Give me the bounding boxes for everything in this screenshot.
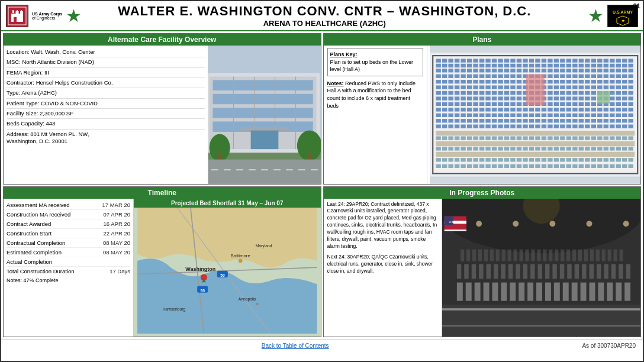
svg-rect-518 bbox=[610, 147, 614, 150]
overview-header: Alternate Care Facility Overview bbox=[4, 34, 321, 46]
svg-rect-210 bbox=[516, 85, 521, 89]
svg-rect-271 bbox=[498, 96, 503, 100]
svg-rect-403 bbox=[523, 119, 527, 122]
svg-rect-369 bbox=[510, 114, 515, 117]
svg-rect-665 bbox=[543, 249, 546, 261]
timeline-row-3: Construction Start 22 APR 20 bbox=[7, 229, 130, 238]
svg-rect-392 bbox=[454, 119, 459, 122]
svg-rect-519 bbox=[616, 147, 620, 150]
svg-rect-6 bbox=[14, 17, 17, 22]
svg-rect-109 bbox=[485, 69, 490, 72]
svg-rect-399 bbox=[498, 119, 503, 122]
svg-rect-507 bbox=[541, 147, 546, 150]
svg-rect-617 bbox=[545, 282, 550, 300]
svg-rect-183 bbox=[548, 80, 552, 83]
svg-rect-254 bbox=[591, 91, 595, 95]
svg-rect-562 bbox=[485, 164, 490, 168]
svg-rect-692 bbox=[442, 308, 641, 311]
svg-rect-140 bbox=[479, 75, 484, 78]
svg-rect-272 bbox=[504, 96, 508, 100]
timeline-table: Assessment MA received 17 MAR 20 Constru… bbox=[4, 199, 134, 337]
svg-rect-343 bbox=[548, 108, 552, 111]
svg-rect-652 bbox=[466, 249, 470, 261]
plans-panel: Plans Plans Key: Plan is to set up beds … bbox=[323, 33, 642, 185]
svg-rect-189 bbox=[585, 80, 590, 83]
svg-rect-281 bbox=[560, 96, 565, 100]
svg-rect-190 bbox=[591, 80, 595, 83]
svg-rect-37 bbox=[436, 59, 440, 62]
svg-rect-505 bbox=[529, 147, 533, 150]
svg-rect-651 bbox=[461, 249, 464, 261]
svg-rect-20 bbox=[212, 94, 313, 105]
svg-rect-172 bbox=[479, 80, 484, 83]
svg-rect-94 bbox=[591, 64, 595, 67]
svg-rect-153 bbox=[560, 75, 565, 78]
svg-rect-329 bbox=[461, 108, 465, 111]
svg-rect-229 bbox=[436, 91, 440, 95]
svg-rect-302 bbox=[491, 102, 496, 106]
svg-rect-636 bbox=[523, 264, 527, 279]
svg-rect-164 bbox=[628, 75, 633, 78]
svg-rect-524 bbox=[448, 158, 453, 161]
svg-rect-335 bbox=[498, 108, 503, 111]
svg-rect-100 bbox=[628, 64, 633, 67]
svg-rect-311 bbox=[548, 102, 552, 106]
svg-rect-252 bbox=[578, 91, 583, 95]
svg-rect-207 bbox=[498, 85, 503, 89]
footer-date: As of 300730APR20 bbox=[582, 342, 636, 349]
svg-rect-612 bbox=[501, 282, 507, 300]
svg-rect-439 bbox=[548, 125, 552, 128]
svg-rect-175 bbox=[498, 80, 503, 83]
svg-rect-342 bbox=[541, 108, 546, 111]
svg-rect-33 bbox=[208, 160, 321, 184]
svg-rect-431 bbox=[498, 125, 503, 128]
svg-rect-209 bbox=[510, 85, 515, 89]
svg-rect-347 bbox=[572, 108, 577, 111]
svg-rect-162 bbox=[616, 75, 620, 78]
svg-rect-95 bbox=[597, 64, 602, 67]
svg-rect-174 bbox=[491, 80, 496, 83]
plans-key-label: Plans Key: bbox=[330, 51, 358, 57]
svg-rect-322 bbox=[616, 102, 620, 106]
svg-rect-188 bbox=[578, 80, 583, 83]
svg-rect-657 bbox=[495, 249, 499, 261]
svg-rect-69 bbox=[436, 64, 440, 67]
svg-rect-303 bbox=[498, 102, 503, 106]
svg-rect-635 bbox=[516, 264, 520, 279]
svg-rect-135 bbox=[448, 75, 453, 78]
svg-rect-75 bbox=[473, 64, 478, 67]
svg-rect-358 bbox=[442, 114, 446, 117]
footer-link[interactable]: Back to Table of Contents bbox=[262, 342, 329, 349]
svg-rect-225 bbox=[610, 85, 614, 89]
svg-rect-530 bbox=[485, 158, 490, 161]
svg-rect-61 bbox=[585, 59, 590, 62]
svg-rect-295 bbox=[448, 102, 453, 106]
svg-rect-674 bbox=[595, 249, 599, 261]
svg-rect-649 bbox=[619, 264, 623, 279]
svg-rect-141 bbox=[485, 75, 490, 78]
svg-rect-258 bbox=[616, 91, 620, 95]
svg-rect-441 bbox=[560, 125, 565, 128]
svg-rect-127 bbox=[597, 69, 602, 72]
svg-rect-80 bbox=[504, 64, 508, 67]
svg-rect-368 bbox=[504, 114, 508, 117]
svg-rect-165 bbox=[436, 80, 440, 83]
svg-rect-563 bbox=[491, 164, 496, 168]
svg-rect-552 bbox=[622, 158, 627, 161]
svg-rect-312 bbox=[553, 102, 558, 106]
svg-rect-545 bbox=[578, 158, 583, 161]
svg-rect-62 bbox=[591, 59, 595, 62]
svg-rect-119 bbox=[548, 69, 552, 72]
svg-rect-304 bbox=[504, 102, 508, 106]
svg-rect-465 bbox=[479, 136, 484, 140]
svg-rect-360 bbox=[454, 114, 459, 117]
svg-rect-249 bbox=[560, 91, 565, 95]
svg-rect-73 bbox=[461, 64, 465, 67]
svg-rect-446 bbox=[591, 125, 595, 128]
page: 31 US Army Corps bbox=[0, 0, 644, 362]
svg-rect-298 bbox=[466, 102, 471, 106]
svg-rect-267 bbox=[473, 96, 478, 100]
svg-rect-498 bbox=[485, 147, 490, 150]
svg-rect-492 bbox=[448, 147, 453, 150]
svg-rect-559 bbox=[466, 164, 471, 168]
